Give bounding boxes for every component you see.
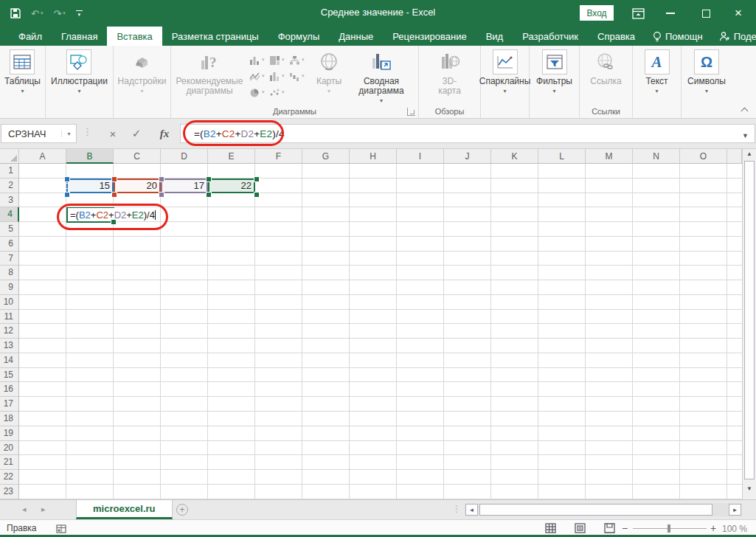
cell-I13[interactable]: [397, 339, 444, 353]
bar-chart-button[interactable]: ▾: [269, 68, 289, 84]
column-header-C[interactable]: C: [114, 149, 161, 164]
cell-F22[interactable]: [255, 470, 302, 485]
cell-partial[interactable]: [727, 455, 742, 470]
cell-C8[interactable]: [114, 266, 161, 280]
cell-F19[interactable]: [255, 426, 302, 441]
row-header-5[interactable]: 5: [0, 222, 19, 237]
pie-chart-button[interactable]: ▾: [249, 84, 269, 100]
cell-O14[interactable]: [680, 353, 727, 368]
cell-I12[interactable]: [397, 324, 444, 339]
cell-K14[interactable]: [491, 353, 538, 368]
cell-G6[interactable]: [302, 237, 350, 252]
cell-E12[interactable]: [208, 324, 255, 339]
cell-L5[interactable]: [538, 222, 586, 237]
chevron-down-icon[interactable]: ▾: [61, 131, 76, 137]
cell-E17[interactable]: [208, 397, 255, 412]
row-header-11[interactable]: 11: [0, 310, 19, 325]
cell-A15[interactable]: [19, 368, 66, 383]
cell-C3[interactable]: [114, 193, 161, 208]
cell-A19[interactable]: [19, 426, 66, 441]
cell-H19[interactable]: [350, 426, 397, 441]
cell-N9[interactable]: [633, 280, 680, 295]
cell-O9[interactable]: [680, 280, 727, 295]
cell-I7[interactable]: [397, 252, 444, 266]
cell-E20[interactable]: [208, 441, 255, 456]
cell-B1[interactable]: [66, 164, 114, 179]
cell-N14[interactable]: [633, 353, 680, 368]
cell-K11[interactable]: [491, 310, 538, 325]
cell-F18[interactable]: [255, 412, 302, 426]
cell-M7[interactable]: [586, 252, 633, 266]
cell-F4[interactable]: [255, 207, 302, 222]
macro-record-icon[interactable]: [56, 523, 66, 536]
waterfall-chart-button[interactable]: ▾: [289, 68, 309, 84]
cell-F9[interactable]: [255, 280, 302, 295]
cell-O19[interactable]: [680, 426, 727, 441]
cell-B16[interactable]: [66, 382, 114, 397]
cell-A7[interactable]: [19, 252, 66, 266]
cell-O6[interactable]: [680, 237, 727, 252]
cell-E7[interactable]: [208, 252, 255, 266]
tab-page-layout[interactable]: Разметка страницы: [162, 27, 268, 46]
collapse-ribbon-icon[interactable]: [741, 106, 749, 112]
zoom-out-button[interactable]: −: [622, 522, 628, 534]
column-header-B[interactable]: B: [66, 149, 114, 164]
cell-L21[interactable]: [538, 455, 586, 470]
cell-N2[interactable]: [633, 179, 680, 193]
column-header-partial[interactable]: [727, 149, 742, 164]
cell-N23[interactable]: [633, 485, 680, 499]
cell-K17[interactable]: [491, 397, 538, 412]
cell-A1[interactable]: [19, 164, 66, 179]
cell-E11[interactable]: [208, 310, 255, 325]
cell-E19[interactable]: [208, 426, 255, 441]
column-header-N[interactable]: N: [633, 149, 680, 164]
cell-E15[interactable]: [208, 368, 255, 383]
cell-M22[interactable]: [586, 470, 633, 485]
minimize-button[interactable]: [658, 0, 683, 27]
cell-L13[interactable]: [538, 339, 586, 353]
cell-M21[interactable]: [586, 455, 633, 470]
ribbon-display-options-button[interactable]: [625, 0, 651, 27]
cell-partial[interactable]: [727, 295, 742, 310]
cancel-entry-button[interactable]: ×: [103, 124, 122, 143]
cell-A6[interactable]: [19, 237, 66, 252]
tab-insert[interactable]: Вставка: [107, 27, 162, 46]
cell-I15[interactable]: [397, 368, 444, 383]
cell-L22[interactable]: [538, 470, 586, 485]
cell-G16[interactable]: [302, 382, 350, 397]
row-header-16[interactable]: 16: [0, 382, 19, 397]
cell-J11[interactable]: [444, 310, 491, 325]
cell-K8[interactable]: [491, 266, 538, 280]
cell-B15[interactable]: [66, 368, 114, 383]
cell-L12[interactable]: [538, 324, 586, 339]
cell-D3[interactable]: [161, 193, 208, 208]
row-header-22[interactable]: 22: [0, 470, 19, 485]
sheet-nav-left-icon[interactable]: ◂: [22, 505, 27, 514]
cell-N19[interactable]: [633, 426, 680, 441]
cell-N5[interactable]: [633, 222, 680, 237]
scatter-chart-button[interactable]: ▾: [269, 84, 289, 100]
cell-C19[interactable]: [114, 426, 161, 441]
cell-A3[interactable]: [19, 193, 66, 208]
cell-N7[interactable]: [633, 252, 680, 266]
cell-H20[interactable]: [350, 441, 397, 456]
cell-J4[interactable]: [444, 207, 491, 222]
treemap-chart-button[interactable]: ▾: [269, 52, 289, 68]
cell-C23[interactable]: [114, 485, 161, 499]
cell-partial[interactable]: [727, 324, 742, 339]
cell-H9[interactable]: [350, 280, 397, 295]
cell-O20[interactable]: [680, 441, 727, 456]
expand-formula-bar-icon[interactable]: ▼: [742, 132, 749, 139]
row-header-17[interactable]: 17: [0, 397, 19, 412]
cell-partial[interactable]: [727, 339, 742, 353]
cell-G17[interactable]: [302, 397, 350, 412]
cell-C1[interactable]: [114, 164, 161, 179]
cell-H22[interactable]: [350, 470, 397, 485]
cell-I11[interactable]: [397, 310, 444, 325]
cell-F17[interactable]: [255, 397, 302, 412]
cell-B6[interactable]: [66, 237, 114, 252]
illustrations-button[interactable]: Иллюстрации ▾: [51, 46, 108, 94]
cell-J5[interactable]: [444, 222, 491, 237]
cell-M19[interactable]: [586, 426, 633, 441]
cell-C21[interactable]: [114, 455, 161, 470]
